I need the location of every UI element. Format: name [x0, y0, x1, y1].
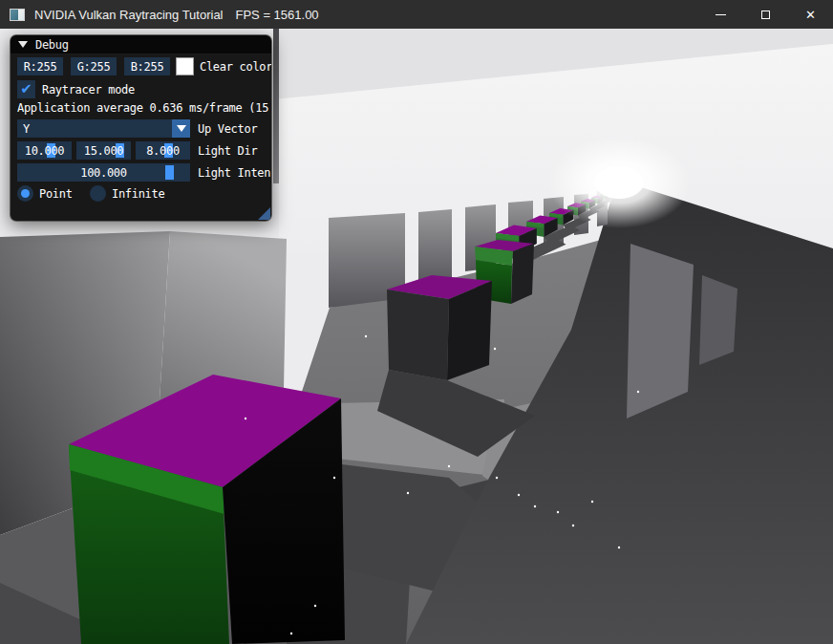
app-icon: [10, 9, 25, 21]
clear-color-g-field[interactable]: G:255: [71, 57, 117, 75]
panel-resize-grip[interactable]: [258, 207, 270, 220]
debug-panel-title: Debug: [35, 38, 69, 52]
light-dir-z-slider[interactable]: 8.000: [136, 141, 190, 160]
up-vector-label: Up Vector: [198, 119, 257, 138]
close-icon: ✕: [805, 9, 816, 21]
up-vector-combo[interactable]: Y: [17, 119, 172, 138]
raytracer-mode-label: Raytracer mode: [42, 80, 135, 98]
light-dir-x-value: 10.000: [25, 144, 65, 158]
light-dir-z-value: 8.000: [146, 144, 180, 158]
light-type-infinite-label: Infinite: [112, 184, 164, 203]
combo-arrow-button[interactable]: [172, 119, 190, 138]
performance-text: Application average 0.636 ms/frame (15: [17, 101, 270, 115]
minimize-icon: [716, 14, 726, 15]
debug-panel-header[interactable]: Debug: [11, 35, 271, 54]
clear-color-b-value: B:255: [131, 60, 164, 74]
light-dir-y-value: 15.000: [84, 144, 124, 158]
app-window: Debug R:255 G:255 B:255 Clear color ✔ Ra…: [0, 0, 833, 644]
clear-color-swatch[interactable]: [176, 57, 194, 75]
light-dir-label: Light Dir: [198, 141, 257, 160]
light-type-point-radio[interactable]: [17, 185, 33, 202]
clear-color-b-field[interactable]: B:255: [124, 57, 170, 75]
light-intensity-value: 100.000: [80, 166, 126, 180]
clear-color-label: Clear color: [200, 57, 272, 75]
titlebar[interactable]: NVIDIA Vulkan Raytracing Tutorial FPS = …: [0, 0, 833, 29]
up-vector-value: Y: [23, 122, 30, 136]
window-title: NVIDIA Vulkan Raytracing Tutorial: [34, 8, 224, 22]
debug-panel: Debug R:255 G:255 B:255 Clear color ✔ Ra…: [10, 34, 272, 222]
maximize-button[interactable]: [743, 0, 788, 29]
scene-vanishing-glow: [547, 137, 691, 228]
clear-color-g-value: G:255: [77, 60, 111, 74]
chevron-down-icon: [177, 125, 186, 132]
light-dir-y-slider[interactable]: 15.000: [76, 141, 131, 160]
light-intensity-slider[interactable]: 100.000: [17, 163, 190, 182]
clear-color-r-field[interactable]: R:255: [17, 57, 63, 75]
light-type-point-label: Point: [39, 184, 73, 203]
light-intensity-label: Light Intens: [198, 163, 272, 182]
checkmark-icon: ✔: [20, 82, 32, 97]
minimize-button[interactable]: [698, 0, 743, 29]
radio-selected-dot: [21, 189, 30, 198]
maximize-icon: [761, 11, 770, 19]
light-dir-x-slider[interactable]: 10.000: [17, 141, 72, 160]
fps-counter: FPS = 1561.00: [236, 8, 319, 22]
slider-grab[interactable]: [165, 165, 174, 180]
clear-color-r-value: R:255: [24, 60, 57, 74]
close-button[interactable]: ✕: [788, 0, 833, 29]
raytracer-mode-checkbox[interactable]: ✔: [17, 80, 35, 98]
collapse-arrow-icon[interactable]: [18, 41, 28, 48]
light-type-infinite-radio[interactable]: [90, 185, 106, 202]
